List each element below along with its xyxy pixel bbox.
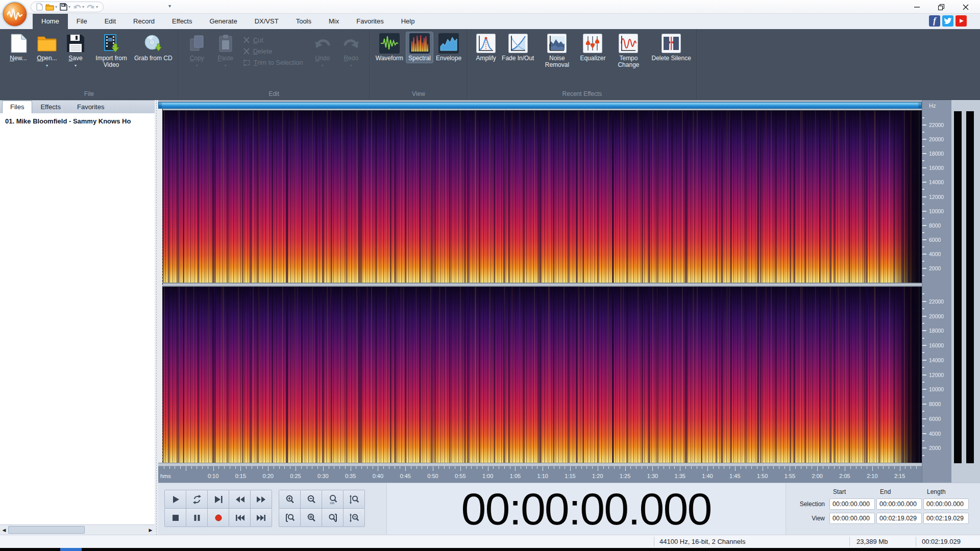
facebook-icon[interactable]: f	[929, 15, 940, 27]
delete-silence-button[interactable]: Delete Silence	[651, 33, 691, 62]
restore-button[interactable]	[929, 0, 953, 14]
spectral-button[interactable]: Spectral	[406, 32, 433, 63]
scroll-right-icon[interactable]: ▶	[146, 525, 155, 535]
trim-to-selection-button[interactable]: Trim to Selection	[243, 59, 303, 66]
grab-from-cd-button[interactable]: Grab from CD	[134, 33, 173, 62]
paste-button[interactable]: Paste▾	[213, 33, 238, 69]
loop-button[interactable]	[186, 490, 208, 509]
ruler-tick	[230, 466, 230, 469]
zoom-out-icon	[306, 494, 316, 505]
menu-tab-mix[interactable]: Mix	[320, 14, 348, 29]
open-button[interactable]: Open...▾	[34, 33, 60, 69]
panel-tab-effects[interactable]: Effects	[32, 101, 69, 113]
undo-button[interactable]: Undo▾	[310, 33, 335, 69]
play-to-end-button[interactable]	[207, 490, 229, 509]
file-list-horizontal-scrollbar[interactable]: ◀ ▶	[0, 524, 155, 535]
file-list-item[interactable]: 01. Mike Bloomfield - Sammy Knows Ho	[0, 113, 155, 127]
dropdown-arrow-icon[interactable]: ▾	[68, 5, 70, 9]
equalizer-button[interactable]: Equalizer	[580, 33, 605, 62]
view-length-field[interactable]: 00:02:19.029	[923, 513, 969, 524]
menu-tab-effects[interactable]: Effects	[163, 14, 201, 29]
waveform-button[interactable]: Waveform	[376, 33, 403, 62]
minimize-button[interactable]	[904, 0, 929, 14]
quick-redo-icon[interactable]: ▾	[87, 4, 98, 10]
amplify-button[interactable]: Amplify	[473, 33, 499, 62]
ruler-tick	[795, 466, 796, 469]
noise-removal-button[interactable]: Noise Removal	[537, 33, 577, 68]
frequency-tick	[922, 139, 926, 140]
panel-tab-files[interactable]: Files	[2, 101, 32, 113]
selection-length-field[interactable]: 00:00:00.000	[923, 498, 969, 510]
panel-splitter[interactable]	[155, 100, 158, 535]
frequency-tick	[922, 239, 926, 240]
ruler-tick	[422, 466, 422, 469]
ruler-tick	[471, 466, 472, 469]
selection-end-field[interactable]: 00:00:00.000	[876, 498, 922, 510]
zoom-selection-end-button[interactable]	[322, 508, 344, 527]
record-button[interactable]	[207, 508, 229, 527]
quick-open-icon[interactable]: ▾	[45, 4, 57, 11]
dropdown-arrow-icon[interactable]: ▾	[55, 5, 57, 9]
youtube-icon[interactable]	[955, 15, 967, 27]
panel-tab-favorites[interactable]: Favorites	[69, 101, 112, 113]
menu-tab-home[interactable]: Home	[33, 14, 68, 29]
menu-tab-tools[interactable]: Tools	[287, 14, 320, 29]
scrollbar-thumb[interactable]	[8, 526, 85, 534]
zoom-in-icon	[285, 494, 295, 505]
view-end-field[interactable]: 00:02:19.029	[876, 513, 922, 524]
zoom-in-button[interactable]	[279, 490, 301, 509]
fast-forward-button[interactable]	[250, 490, 272, 509]
close-button[interactable]	[953, 0, 978, 14]
cut-button[interactable]: Cut	[243, 36, 303, 44]
menu-tab-file[interactable]: File	[68, 14, 96, 29]
ruler-time-label: 0:40	[373, 473, 383, 479]
play-button[interactable]	[164, 490, 186, 509]
zoom-vertical-out-button[interactable]	[343, 508, 365, 527]
pause-button[interactable]	[186, 508, 208, 527]
twitter-icon[interactable]	[942, 15, 953, 27]
stop-button[interactable]	[164, 508, 186, 527]
timeline-ruler[interactable]: hms 0:100:150:200:250:300:350:400:450:50…	[158, 466, 922, 483]
quick-access-customize-icon[interactable]: ▾	[168, 3, 171, 9]
ruler-tick	[405, 466, 406, 471]
zoom-100-button[interactable]: 100	[322, 490, 344, 509]
button-label: New...	[10, 55, 27, 62]
quick-undo-icon[interactable]: ▾	[73, 4, 84, 10]
zoom-selection-end-icon	[328, 513, 338, 523]
go-to-start-button[interactable]	[229, 508, 251, 527]
copy-button[interactable]: Copy▾	[184, 33, 210, 69]
menu-tab-generate[interactable]: Generate	[201, 14, 246, 29]
redo-button[interactable]: Redo▾	[338, 33, 364, 69]
dropdown-arrow-icon[interactable]: ▾	[96, 5, 98, 9]
tempo-change-button[interactable]: Tempo Change	[608, 33, 648, 68]
spectrogram-channel-right[interactable]	[158, 287, 922, 463]
scroll-left-icon[interactable]: ◀	[0, 525, 8, 535]
ruler-tick	[812, 466, 812, 469]
ruler-tick	[702, 466, 702, 469]
zoom-selection-start-button[interactable]	[279, 508, 301, 527]
rewind-button[interactable]	[229, 490, 251, 509]
view-start-field[interactable]: 00:00:00.000	[829, 513, 875, 524]
playhead-cursor[interactable]	[162, 109, 163, 463]
new-button[interactable]: New...	[6, 33, 31, 62]
import-from-video-button[interactable]: Import from Video	[91, 33, 131, 68]
menu-tab-edit[interactable]: Edit	[96, 14, 125, 29]
fade-in-out-button[interactable]: Fade In/Out	[502, 33, 534, 62]
delete-button[interactable]: Delete	[243, 47, 303, 55]
quick-new-icon[interactable]	[36, 3, 43, 11]
menu-tab-favorites[interactable]: Favorites	[348, 14, 392, 29]
menu-tab-dx-vst[interactable]: DX/VST	[246, 14, 287, 29]
zoom-full-button[interactable]	[300, 508, 322, 527]
dropdown-arrow-icon[interactable]: ▾	[82, 5, 84, 9]
menu-tab-help[interactable]: Help	[393, 14, 424, 29]
spectrogram-channel-left[interactable]	[158, 111, 922, 283]
envelope-button[interactable]: Envelope	[436, 33, 461, 62]
menu-tab-record[interactable]: Record	[125, 14, 163, 29]
quick-save-icon[interactable]: ▾	[60, 3, 70, 11]
waveform-position-scrollbar[interactable]	[158, 102, 922, 109]
zoom-out-button[interactable]	[300, 490, 322, 509]
zoom-vertical-in-button[interactable]	[343, 490, 365, 509]
go-to-end-button[interactable]	[250, 508, 272, 527]
save-button[interactable]: Save▾	[63, 33, 88, 69]
selection-start-field[interactable]: 00:00:00.000	[829, 498, 875, 510]
